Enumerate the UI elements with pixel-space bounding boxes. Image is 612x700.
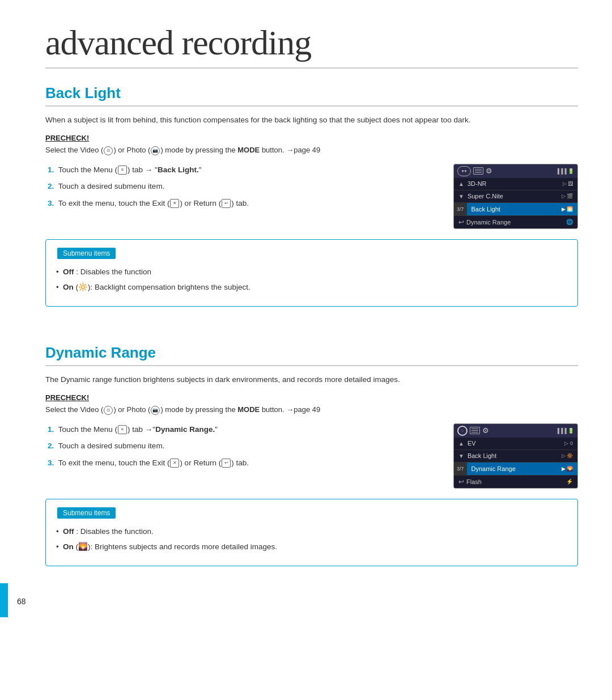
- cam-video-icon: ●●: [457, 166, 471, 176]
- cam-gear-icon-1: ⚙: [486, 167, 492, 175]
- backlight-bold: Back Light.: [158, 166, 199, 174]
- step1-3: 3. To exit the menu, touch the Exit (✕) …: [45, 197, 442, 210]
- section-dynamicrange: Dynamic Range The Dynamic range function…: [45, 344, 578, 566]
- precheck2-text: Select the Video (⊙) or Photo (📷) mode b…: [45, 404, 578, 415]
- cam-row-page-backlight: 3/7 Back Light ▶ 🌅: [454, 203, 577, 216]
- cam-right-dynrange: ▶ 🌄: [562, 466, 573, 472]
- cam-row-supercnite: ▼ Super C.Nite ▷ 🎬: [454, 190, 577, 203]
- section-dynamicrange-desc: The Dynamic range function brightens sub…: [45, 374, 578, 385]
- cam-label-ev: EV: [468, 440, 565, 447]
- cam-row-dynrange-highlighted: Dynamic Range ▶ 🌄: [467, 463, 577, 475]
- cam-row-3dnr: ▲ 3D-NR ▷ 🖼: [454, 178, 577, 190]
- cam-video-dot: ●●: [461, 168, 467, 173]
- submenu-off-2-bold: Off: [63, 527, 74, 536]
- cam-right-backlight-2: ▷ 🔆: [562, 453, 573, 459]
- cam-row-backlight-2: ▼ Back Light ▷ 🔆: [454, 450, 577, 463]
- submenu-on-2-bold: On: [63, 542, 74, 551]
- return-icon-1: ↩: [222, 199, 231, 208]
- cam-label-supercnite: Super C.Nite: [468, 193, 562, 200]
- submenu-title-2: Submenu items: [57, 507, 116, 519]
- menu-icon-2: ≡: [118, 425, 127, 434]
- cam-row-page-dynrange: 3/7 Dynamic Range ▶ 🌄: [454, 463, 577, 476]
- menu-icon-1: ≡: [118, 166, 127, 175]
- submenu-item-1-on: On (🔆): Backlight compensation brightens…: [57, 281, 566, 294]
- cam-battery-icon: 🔋: [568, 168, 574, 174]
- cam-row-flash: ↩ Flash ⚡: [454, 476, 577, 488]
- steps-row-1: 1. Touch the Menu (≡) tab → "Back Light.…: [45, 164, 578, 229]
- cam-signal-bars-2: ▐▐▐: [556, 428, 567, 434]
- cam-down-arrow-1: ▼: [458, 193, 464, 200]
- precheck1-label: PRECHECK!: [45, 134, 578, 142]
- exit-icon-1: ✕: [170, 199, 179, 208]
- video-icon-2: ⊙: [104, 406, 113, 415]
- step2-2: 2. Touch a desired submenu item.: [45, 440, 442, 452]
- precheck2-label: PRECHECK!: [45, 393, 578, 402]
- video-icon: ⊙: [104, 146, 113, 155]
- page-container: advanced recording Back Light When a sub…: [0, 0, 612, 617]
- cam-page-number-2: 3/7: [454, 463, 467, 475]
- dynrange-icon-inline: 🌄: [78, 542, 88, 551]
- cam-page-number-1: 3/7: [454, 203, 467, 215]
- cam-icon-dynrange-1: 🌐: [566, 219, 573, 225]
- step2-1: 1. Touch the Menu (≡) tab →"Dynamic Rang…: [45, 423, 442, 436]
- cam-up-arrow-1: ▲: [458, 181, 464, 187]
- cam-battery-2: ▐▐▐ 🔋: [556, 428, 574, 434]
- cam-gear-icon-2: ⚙: [482, 426, 489, 435]
- section-backlight-title: Back Light: [45, 84, 578, 107]
- cam-label-dynrange-1: Dynamic Range: [464, 219, 566, 226]
- cam-back-arrow-2: ↩: [458, 478, 464, 486]
- cam-label-3dnr: 3D-NR: [468, 180, 563, 187]
- cam-battery-1: ▐▐▐ 🔋: [556, 168, 574, 174]
- cam-row-backlight-highlighted: Back Light ▶ 🌅: [467, 203, 577, 215]
- cam-menu-icon-2: [470, 427, 480, 434]
- step-num-1-3: 3.: [48, 199, 54, 207]
- cam-right-backlight: ▶ 🌅: [562, 206, 573, 212]
- cam-header-2: ○ ⚙ ▐▐▐ 🔋: [454, 424, 577, 438]
- photo-icon-2: 📷: [151, 406, 160, 415]
- submenu-item-2-on: On (🌄): Brightens subjects and records m…: [57, 541, 566, 553]
- step-num-2-2: 2.: [48, 442, 54, 450]
- cam-menu-icon-1: [473, 167, 483, 175]
- backlight-icon-inline: 🔆: [78, 283, 88, 291]
- cam-circle-dot: ○: [461, 429, 464, 432]
- cam-right-ev: ▷ 0: [564, 440, 573, 446]
- submenu-on-1-bold: On: [63, 283, 74, 291]
- camera-ui-2: ○ ⚙ ▐▐▐ 🔋 ▲ EV: [453, 423, 578, 489]
- precheck1-text: Select the Video (⊙) or Photo (📷) mode b…: [45, 145, 578, 156]
- submenu-item-2-off: Off : Disables the function.: [57, 525, 566, 538]
- step1-1: 1. Touch the Menu (≡) tab → "Back Light.…: [45, 164, 442, 176]
- mode-bold2: MODE: [237, 405, 260, 414]
- cam-down-arrow-2: ▼: [458, 453, 464, 459]
- cam-label-backlight-2: Back Light: [468, 452, 562, 459]
- steps-list-2: 1. Touch the Menu (≡) tab →"Dynamic Rang…: [45, 423, 442, 474]
- steps-row-2: 1. Touch the Menu (≡) tab →"Dynamic Rang…: [45, 423, 578, 489]
- steps-list-1: 1. Touch the Menu (≡) tab → "Back Light.…: [45, 164, 442, 214]
- cam-row-ev: ▲ EV ▷ 0: [454, 438, 577, 450]
- cam-label-dynrange-2: Dynamic Range: [471, 465, 562, 472]
- dynrange-bold: Dynamic Range.: [155, 425, 215, 434]
- cam-right-supercnite: ▷ 🎬: [562, 193, 573, 199]
- submenu-box-1: Submenu items Off : Disables the functio…: [45, 239, 578, 307]
- step-num-1-2: 2.: [48, 182, 54, 190]
- submenu-item-1-off: Off : Disables the function: [57, 266, 566, 278]
- page-number: 68: [17, 597, 26, 606]
- step-num-2-1: 1.: [48, 425, 54, 434]
- section-backlight: Back Light When a subject is lit from be…: [45, 84, 578, 307]
- step-num-2-3: 3.: [48, 459, 54, 467]
- cam-circle-icon-2: ○: [457, 426, 468, 436]
- cam-right-3dnr: ▷ 🖼: [563, 181, 573, 186]
- photo-icon: 📷: [151, 146, 160, 155]
- step-num-1-1: 1.: [48, 166, 54, 174]
- cam-battery-icon-2: 🔋: [568, 428, 574, 434]
- cam-up-arrow-2: ▲: [458, 440, 464, 447]
- cam-row-dynamicrange-1: ↩ Dynamic Range 🌐: [454, 216, 577, 228]
- submenu-off-1-bold: Off: [63, 268, 74, 276]
- cam-label-backlight: Back Light: [471, 206, 562, 213]
- submenu-title-1: Submenu items: [57, 248, 116, 259]
- section-gap: [45, 324, 578, 344]
- cam-header-1: ●● ⚙ ▐▐▐ 🔋: [454, 164, 577, 178]
- step1-2: 2. Touch a desired submenu item.: [45, 180, 442, 193]
- step2-3: 3. To exit the menu, touch the Exit (✕) …: [45, 457, 442, 469]
- return-icon-2: ↩: [222, 459, 231, 468]
- cam-signal-bars: ▐▐▐: [556, 168, 567, 174]
